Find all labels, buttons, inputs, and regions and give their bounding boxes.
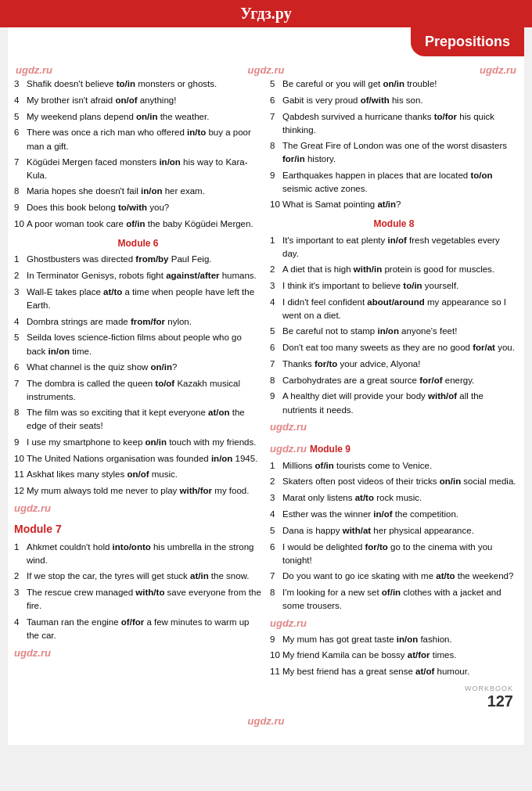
list-item: 4 Esther was the winner in/of the compet… — [270, 508, 518, 522]
banner-row: Prepositions — [8, 27, 524, 59]
list-item: 5 Seilda loves science-fiction films abo… — [14, 331, 262, 358]
list-item: 7 Thanks for/to your advice, Alyona! — [270, 358, 518, 372]
left-continuation: 3 Shafik doesn't believe to/in monsters … — [14, 77, 262, 232]
list-item: 1 Ahkmet couldn't hold into/onto his umb… — [14, 541, 262, 568]
module6-entries: 1 Ghostbusters was directed from/by Paul… — [14, 253, 262, 498]
list-item: 4 Tauman ran the engine of/for a few min… — [14, 616, 262, 643]
module9-header-row: ugdz.ru Module 9 — [270, 437, 518, 459]
list-item: 8 Maria hopes she doesn't fail in/on her… — [14, 185, 262, 199]
site-header: Угдз.ру — [0, 0, 532, 27]
list-item: 8 I'm looking for a new set of/in clothe… — [270, 586, 518, 613]
list-item: 4 Dombra strings are made from/for nylon… — [14, 315, 262, 329]
watermark-right-mid: ugdz.ru — [270, 419, 518, 435]
right-continuation: 5 Be careful or you will get on/in troub… — [270, 77, 518, 212]
list-item: 8 The film was so exciting that it kept … — [14, 406, 262, 433]
module6-title: Module 6 — [14, 236, 262, 251]
list-item: 2 A diet that is high with/in protein is… — [270, 263, 518, 277]
site-title: Угдз.ру — [240, 5, 291, 22]
list-item: 2 Skaters often post videos of their tri… — [270, 475, 518, 489]
list-item: 2 In Terminator Genisys, robots fight ag… — [14, 269, 262, 283]
list-item: 3 The rescue crew managed with/to save e… — [14, 586, 262, 613]
list-item: 6 There was once a rich man who offered … — [14, 126, 262, 153]
list-item: 7 Do you want to go ice skating with me … — [270, 570, 518, 584]
module8-entries: 1 It's important to eat plenty in/of fre… — [270, 234, 518, 417]
list-item: 4 My brother isn't afraid on/of anything… — [14, 94, 262, 108]
banner-label: Prepositions — [425, 34, 510, 49]
list-item: 2 If we stop the car, the tyres will get… — [14, 570, 262, 584]
list-item: 8 The Great Fire of London was one of th… — [270, 139, 518, 167]
list-item: 10 The United Nations organisation was f… — [14, 452, 262, 466]
list-item: 4 I didn't feel confident about/around m… — [270, 296, 518, 323]
list-item: 12 My mum always told me never to play w… — [14, 484, 262, 498]
list-item: 7 Kögüdei Mergen faced monsters in/on hi… — [14, 156, 262, 183]
list-item: 11 Askhat likes many styles on/of music. — [14, 468, 262, 482]
watermark-right-mid2: ugdz.ru — [270, 441, 307, 457]
list-item: 6 Don't eat too many sweets as they are … — [270, 341, 518, 355]
list-item: 3 Shafik doesn't believe to/in monsters … — [14, 77, 262, 92]
module8-title: Module 8 — [270, 217, 518, 232]
watermark-1: ugdz.ru — [16, 64, 52, 76]
list-item: 1 It's important to eat plenty in/of fre… — [270, 234, 518, 261]
page-footer: WORKBOOK 127 — [8, 681, 524, 710]
left-column: 3 Shafik doesn't believe to/in monsters … — [14, 77, 262, 681]
list-item: 8 Carbohydrates are a great source for/o… — [270, 374, 518, 388]
bottom-watermark-row: ugdz.ru — [8, 710, 524, 729]
list-item: 6 Gabit is very proud of/with his son. — [270, 94, 518, 108]
list-item: 7 The dombra is called the queen to/of K… — [14, 377, 262, 404]
module9-title: Module 9 — [310, 442, 350, 457]
list-item: 11 My best friend has a great sense at/o… — [270, 665, 518, 679]
watermark-top-row: ugdz.ru ugdz.ru ugdz.ru — [8, 63, 524, 77]
list-item: 10 What is Samat pointing at/in? — [270, 198, 518, 212]
watermark-bottom: ugdz.ru — [248, 715, 285, 727]
prepositions-banner: Prepositions — [411, 27, 524, 56]
module9-entries: 1 Millions of/in tourists come to Venice… — [270, 459, 518, 679]
watermark-left-mid: ugdz.ru — [14, 501, 262, 516]
watermark-right-bottom: ugdz.ru — [270, 616, 518, 631]
list-item: 3 Wall-E takes place at/to a time when p… — [14, 286, 262, 313]
watermark-2: ugdz.ru — [248, 64, 285, 76]
module7-title: Module 7 — [14, 521, 262, 538]
page-wrapper: Prepositions ugdz.ru ugdz.ru ugdz.ru 3 S… — [8, 27, 524, 745]
watermark-3: ugdz.ru — [480, 64, 516, 76]
list-item: 9 Does this book belong to/with you? — [14, 201, 262, 215]
list-item: 6 What channel is the quiz show on/in? — [14, 361, 262, 375]
list-item: 5 Be careful not to stamp in/on anyone's… — [270, 325, 518, 339]
workbook-label: WORKBOOK — [465, 685, 513, 692]
list-item: 5 Dana is happy with/at her physical app… — [270, 524, 518, 538]
page-number: 127 — [487, 692, 513, 710]
list-item: 5 My weekend plans depend on/in the weat… — [14, 110, 262, 124]
list-item: 10 My friend Kamila can be bossy at/for … — [270, 649, 518, 663]
list-item: 7 Qabdesh survived a hurricane thanks to… — [270, 110, 518, 138]
content-area: 3 Shafik doesn't believe to/in monsters … — [8, 77, 524, 681]
list-item: 3 Marat only listens at/to rock music. — [270, 491, 518, 505]
list-item: 3 I think it's important to believe to/i… — [270, 279, 518, 293]
list-item: 9 A healthy diet will provide your body … — [270, 390, 518, 417]
list-item: 5 Be careful or you will get on/in troub… — [270, 77, 518, 92]
list-item: 6 I would be delighted for/to go to the … — [270, 541, 518, 568]
list-item: 1 Ghostbusters was directed from/by Paul… — [14, 253, 262, 267]
module7-entries: 1 Ahkmet couldn't hold into/onto his umb… — [14, 541, 262, 642]
list-item: 9 My mum has got great taste in/on fashi… — [270, 633, 518, 647]
list-item: 9 Earthquakes happen in places that are … — [270, 169, 518, 196]
watermark-left-bottom: ugdz.ru — [14, 645, 262, 661]
list-item: 10 A poor woman took care of/in the baby… — [14, 218, 262, 232]
list-item: 9 I use my smartphone to keep on/in touc… — [14, 436, 262, 450]
list-item: 1 Millions of/in tourists come to Venice… — [270, 459, 518, 473]
right-column: 5 Be careful or you will get on/in troub… — [270, 77, 518, 681]
